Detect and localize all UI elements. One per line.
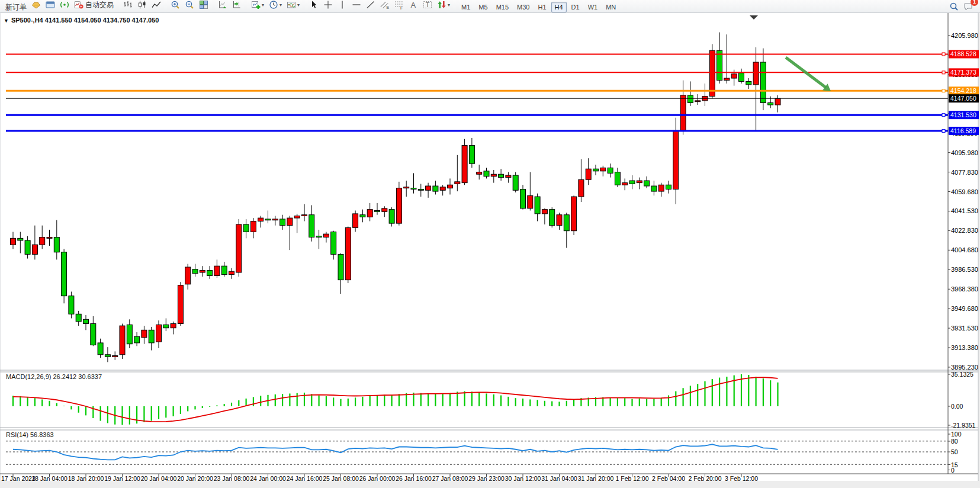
bear-candle <box>98 343 103 355</box>
bull-candle <box>367 210 372 217</box>
rsi-axis-label: 100 <box>951 431 962 438</box>
time-tick-label: 25 Jan 08:00 <box>323 475 359 482</box>
timeframe-h4[interactable]: H4 <box>551 2 567 12</box>
chart-shift-button[interactable] <box>230 0 244 11</box>
terminal-window-icon[interactable] <box>43 0 57 11</box>
templates-button-dropdown-icon[interactable]: ▾ <box>297 2 300 8</box>
svg-text:4116.589: 4116.589 <box>950 127 976 134</box>
cursor-icon <box>309 0 319 9</box>
equidistant-channel-icon: E <box>380 0 390 9</box>
bar-chart-button[interactable] <box>121 0 135 11</box>
bear-candle <box>192 269 198 274</box>
price-tick-label: 4095.980 <box>951 149 978 156</box>
trendline-button[interactable] <box>364 0 378 11</box>
bull-candle <box>506 175 511 178</box>
arrows-button-dropdown-icon[interactable]: ▾ <box>448 2 450 8</box>
bear-candle <box>389 210 394 223</box>
price-badge: 4131.530 <box>949 111 979 119</box>
hline-handle[interactable] <box>942 53 945 56</box>
cursor-button[interactable] <box>307 0 321 11</box>
horizontal-line-button[interactable] <box>349 0 364 11</box>
bull-candle <box>426 186 431 190</box>
zoom-in-button[interactable] <box>168 0 182 11</box>
bear-candle <box>375 210 380 211</box>
periods-button-dropdown-icon[interactable]: ▾ <box>279 2 282 8</box>
bull-candle <box>477 172 482 175</box>
timeframe-m1[interactable]: M1 <box>458 2 474 12</box>
line-chart-button[interactable] <box>149 0 163 11</box>
periods-button[interactable]: ▾ <box>266 0 284 11</box>
bull-candle <box>637 181 642 183</box>
indicators-button[interactable]: ▾ <box>249 0 266 11</box>
zoom-out-button[interactable] <box>182 0 197 11</box>
candlestick-chart-button[interactable] <box>135 0 149 11</box>
auto-scroll-icon <box>218 0 227 9</box>
rsi-axis-label: 50 <box>951 448 958 455</box>
line-chart-icon <box>152 0 161 9</box>
price-badge: 4188.528 <box>949 50 979 58</box>
hline-handle[interactable] <box>942 130 945 133</box>
svg-text:4188.528: 4188.528 <box>950 50 976 57</box>
price-tick-label: 3931.530 <box>951 325 978 332</box>
timeframe-m30[interactable]: M30 <box>513 2 533 12</box>
timeframe-d1[interactable]: D1 <box>568 2 583 12</box>
equidistant-channel-button[interactable]: E <box>378 0 392 11</box>
bull-candle <box>491 174 496 176</box>
arrows-button[interactable]: ▾ <box>435 0 452 11</box>
tile-windows-button[interactable] <box>197 0 211 11</box>
bear-candle <box>433 186 438 191</box>
search-button[interactable] <box>947 0 961 13</box>
svg-text:T: T <box>426 1 430 8</box>
bear-candle <box>513 175 518 190</box>
rsi-indicator-label: RSI(14) 56.8363 <box>6 431 54 438</box>
timeframe-m15[interactable]: M15 <box>493 2 512 12</box>
timeframe-w1[interactable]: W1 <box>584 2 602 12</box>
main-toolbar: 新订单自动交易▾▾▾EFAT▾ M1M5M15M30H1H4D1W1MN 1 <box>0 0 980 13</box>
bear-candle <box>25 240 30 254</box>
hline-handle[interactable] <box>942 89 945 92</box>
bull-candle <box>658 185 664 191</box>
hline-handle[interactable] <box>942 114 945 117</box>
time-tick-label: 24 Jan 16:00 <box>287 475 323 482</box>
timeframe-m5[interactable]: M5 <box>475 2 491 12</box>
bear-candle <box>608 168 613 173</box>
community-chat-button[interactable]: 1 <box>961 0 975 13</box>
timeframe-mn[interactable]: MN <box>602 2 619 12</box>
bull-candle <box>571 197 577 231</box>
time-tick-label: 27 Jan 08:00 <box>432 475 468 482</box>
time-tick-label: 24 Jan 00:00 <box>250 475 286 482</box>
bear-candle <box>564 215 569 231</box>
bull-candle <box>236 224 242 272</box>
hline-handle[interactable] <box>942 71 945 74</box>
new-order-button[interactable]: 新订单 <box>1 1 29 14</box>
bar-chart-icon <box>123 0 133 9</box>
bear-candle <box>644 181 650 186</box>
time-tick-label: 30 Jan 12:00 <box>505 475 541 482</box>
bull-candle <box>156 325 162 342</box>
vertical-line-button[interactable] <box>335 0 349 11</box>
crosshair-icon <box>323 0 333 9</box>
text-button[interactable]: A <box>406 0 420 11</box>
bull-candle <box>142 330 147 338</box>
bull-candle <box>302 215 307 216</box>
templates-button[interactable]: ▾ <box>284 0 302 11</box>
bull-candle <box>323 234 329 237</box>
time-tick-label: 20 Jan 20:00 <box>177 475 213 482</box>
gold-icon[interactable] <box>29 0 43 11</box>
symbol-dropdown-icon[interactable]: ▼ <box>4 18 9 24</box>
autotrading-button[interactable]: 自动交易 <box>72 0 116 11</box>
text-label-button[interactable]: T <box>420 0 435 11</box>
bear-candle <box>149 330 154 343</box>
bull-candle <box>622 183 628 185</box>
bear-candle <box>629 181 635 184</box>
timeframe-h1[interactable]: H1 <box>534 2 550 12</box>
bear-candle <box>91 324 96 345</box>
fibonacci-button[interactable]: F <box>392 0 406 11</box>
signals-icon[interactable] <box>57 0 72 11</box>
bull-candle <box>448 185 453 188</box>
auto-scroll-button[interactable] <box>216 0 230 11</box>
crosshair-button[interactable] <box>321 0 335 11</box>
chart-canvas[interactable]: 4205.9804187.8304169.6804151.5304133.380… <box>0 0 980 488</box>
bear-candle <box>550 210 555 226</box>
indicators-button-dropdown-icon[interactable]: ▾ <box>262 2 264 8</box>
